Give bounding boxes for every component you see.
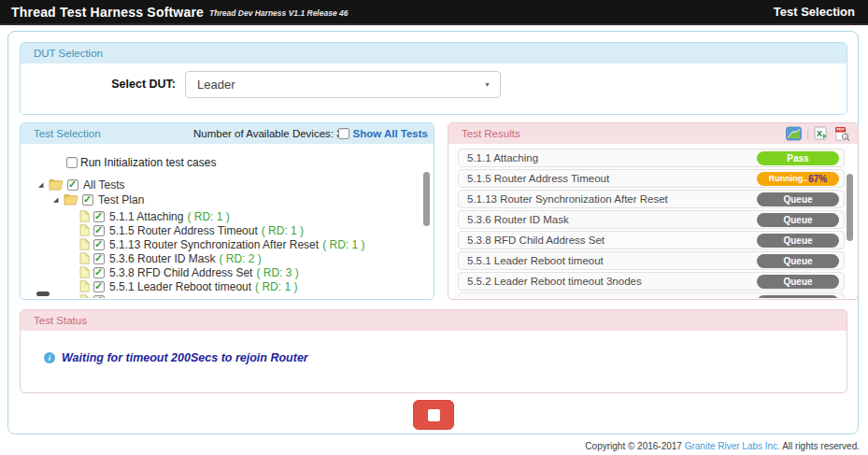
status-message: Waiting for timeout 200Secs to rejoin Ro…	[62, 351, 308, 364]
file-icon	[79, 294, 90, 298]
dut-selection-header: DUT Selection	[21, 43, 847, 64]
show-all-tests-label: Show All Tests	[352, 128, 428, 139]
footer-copyright: Copyright © 2016-2017 Granite River Labs…	[585, 441, 860, 451]
result-row[interactable]: 5.1.1 Attaching Pass	[458, 149, 845, 167]
company-link[interactable]: Granite River Labs Inc.	[685, 441, 780, 451]
result-row-label: 5.3.6 Router ID Mask	[467, 214, 569, 225]
all-tests-label: All Tests	[83, 178, 124, 192]
vertical-scrollbar-thumb[interactable]	[847, 174, 853, 241]
info-icon: i	[44, 352, 55, 363]
app-window: Thread Test Harness Software Thread Dev …	[0, 0, 868, 455]
show-all-tests-toggle[interactable]: Show All Tests	[338, 128, 428, 139]
result-row[interactable]: 5.5.1 Leader Reboot timeout Queue	[458, 251, 845, 270]
result-row[interactable]	[458, 292, 845, 298]
tree-item-rd: ( RD: 1 )	[187, 210, 229, 223]
result-row-label: 5.1.5 Router Address Timeout	[467, 173, 609, 184]
tree-item-checkbox[interactable]	[93, 225, 105, 236]
status-badge: Queue	[757, 234, 839, 248]
tree-item-label: 5.5.1 Leader Reboot timeout	[109, 280, 251, 293]
status-badge-text: Queue	[783, 235, 812, 246]
main-container: DUT Selection Select DUT: Leader ▼ Test …	[7, 31, 859, 434]
test-results-title: Test Results	[462, 128, 520, 139]
status-badge-text: Pass	[787, 153, 808, 164]
stop-button[interactable]	[413, 400, 454, 430]
tree-node-all-tests[interactable]: ◢ All Tests	[38, 178, 124, 192]
tree-node-test-plan[interactable]: ◢ Test Plan	[53, 192, 144, 206]
result-row[interactable]: 5.3.8 RFD Child Address Set Queue	[458, 231, 845, 249]
tree-item-checkbox[interactable]	[93, 211, 105, 222]
pdf-export-icon[interactable]: PDF	[834, 126, 850, 141]
test-selection-header: Test Selection Number of Available Devic…	[21, 123, 434, 144]
tree-item-checkbox[interactable]	[93, 267, 105, 278]
tree-item[interactable]: 5.1.13 Router Synchronization After Rese…	[79, 237, 364, 251]
excel-export-icon[interactable]: X	[814, 126, 830, 141]
result-row[interactable]: 5.5.2 Leader Reboot timeout 3nodes Queue	[458, 272, 845, 291]
status-badge: Queue	[757, 254, 839, 268]
run-init-checkbox[interactable]	[66, 157, 78, 168]
chevron-down-icon: ▼	[484, 81, 491, 88]
test-plan-checkbox[interactable]	[82, 194, 93, 206]
test-selection-panel: Test Selection Number of Available Devic…	[20, 122, 434, 300]
expand-arrow-icon[interactable]: ◢	[38, 181, 49, 189]
result-row[interactable]: 5.1.13 Router Synchronization After Rese…	[458, 190, 845, 208]
file-icon	[79, 224, 90, 236]
file-icon	[79, 238, 90, 250]
tree-item-rd: ( RD: 1 )	[255, 280, 297, 293]
app-subtitle: Thread Dev Harness V1.1 Release 46	[209, 8, 348, 18]
chart-icon[interactable]	[786, 126, 802, 141]
available-devices-label: Number of Available Devices:	[193, 128, 334, 139]
test-selection-body: Run Initialization test cases ◢ All Test…	[21, 144, 433, 298]
tree-item-checkbox[interactable]	[93, 295, 105, 299]
top-header-bar: Thread Test Harness Software Thread Dev …	[0, 0, 868, 25]
tree-item[interactable]: 5.3.6 Router ID Mask ( RD: 2 )	[79, 251, 262, 265]
status-badge: Running.. 67%	[757, 172, 839, 186]
result-row[interactable]: 5.3.6 Router ID Mask Queue	[458, 210, 845, 229]
stop-icon	[428, 409, 440, 421]
page-title: Test Selection	[774, 5, 855, 19]
status-badge-text: Running..	[769, 174, 808, 183]
status-badge-progress: 67%	[808, 174, 827, 184]
tree-item-checkbox[interactable]	[93, 281, 105, 292]
file-icon	[79, 266, 90, 278]
file-icon	[79, 252, 90, 264]
status-badge-text: Queue	[783, 194, 812, 205]
tree-item-label: 5.3.6 Router ID Mask	[109, 252, 215, 265]
tree-item[interactable]: 5.1.1 Attaching ( RD: 1 )	[79, 209, 230, 223]
copyright-prefix: Copyright © 2016-2017	[585, 441, 684, 451]
file-icon	[79, 210, 90, 222]
horizontal-scrollbar-thumb[interactable]	[36, 291, 50, 296]
dut-select-dropdown[interactable]: Leader ▼	[185, 71, 501, 98]
run-init-label: Run Initialization test cases	[80, 156, 216, 169]
tree-item[interactable]: 5.3.8 RFD Child Address Set ( RD: 3 )	[79, 265, 299, 279]
test-plan-label: Test Plan	[98, 193, 144, 206]
result-row-label: 5.1.13 Router Synchronization After Rese…	[467, 193, 668, 205]
result-row-label: 5.3.8 RFD Child Address Set	[467, 235, 605, 246]
test-results-header: Test Results | X PDF	[448, 123, 858, 144]
tree-item-label: 5.1.13 Router Synchronization After Rese…	[109, 238, 319, 251]
test-status-title: Test Status	[34, 315, 87, 326]
test-status-body: i Waiting for timeout 200Secs to rejoin …	[21, 331, 846, 391]
tree-item[interactable]	[79, 293, 113, 298]
run-init-row[interactable]: Run Initialization test cases	[66, 156, 216, 169]
dut-selection-panel: DUT Selection Select DUT: Leader ▼	[20, 42, 847, 115]
status-badge: Queue	[757, 213, 839, 227]
tree-item[interactable]: 5.1.5 Router Address Timeout ( RD: 1 )	[79, 223, 304, 237]
status-badge: Queue	[757, 275, 839, 289]
result-rows: 5.1.1 Attaching Pass 5.1.5 Router Addres…	[458, 144, 845, 298]
result-row[interactable]: 5.1.5 Router Address Timeout Running.. 6…	[458, 169, 845, 188]
tree-item[interactable]: 5.5.1 Leader Reboot timeout ( RD: 1 )	[79, 279, 297, 293]
copyright-suffix: All rights reserved.	[780, 441, 860, 451]
vertical-scrollbar-thumb[interactable]	[423, 172, 430, 226]
show-all-tests-checkbox[interactable]	[338, 128, 349, 139]
available-devices-text: Number of Available Devices: 3	[193, 128, 343, 139]
status-badge-text: Queue	[783, 215, 812, 225]
app-title: Thread Test Harness Software	[11, 5, 204, 20]
test-results-panel: Test Results | X PDF 5.1.1 Attaching	[448, 122, 859, 300]
expand-arrow-icon[interactable]: ◢	[53, 196, 64, 204]
file-icon	[79, 280, 90, 292]
tree-item-rd: ( RD: 3 )	[256, 266, 298, 279]
tree-item-checkbox[interactable]	[93, 239, 105, 250]
tree-item-checkbox[interactable]	[93, 253, 105, 264]
all-tests-checkbox[interactable]	[67, 179, 78, 191]
svg-text:X: X	[817, 129, 822, 138]
